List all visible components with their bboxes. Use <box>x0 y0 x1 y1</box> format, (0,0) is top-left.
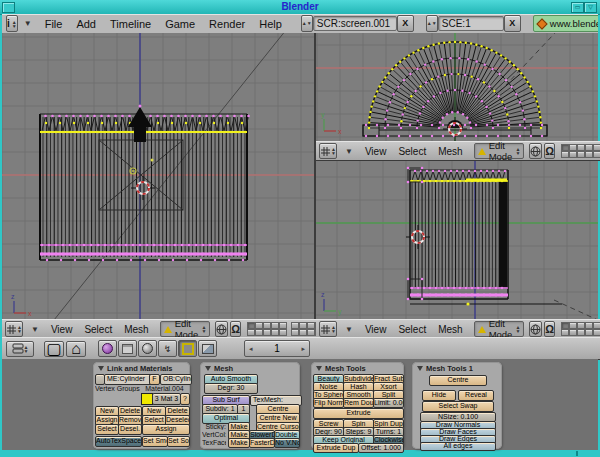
select-swap-button[interactable]: Select Swap <box>422 401 494 412</box>
draw-type-button[interactable] <box>529 321 542 337</box>
scene-name-field[interactable]: SCE:1 <box>438 16 504 31</box>
menu-select[interactable]: Select <box>84 324 112 335</box>
mode-dropdown[interactable]: Edit Mode ▲▼ <box>160 321 211 337</box>
material-assign-button[interactable]: Assign <box>142 424 190 435</box>
script-context-button[interactable] <box>118 340 137 357</box>
viewport-front[interactable]: zx <box>2 33 314 319</box>
offset-field[interactable]: Offset: 1.000 <box>358 443 404 453</box>
viewport-top[interactable]: yx <box>316 33 598 141</box>
panel-header[interactable]: Mesh <box>205 364 233 373</box>
set-solid-button[interactable]: Set Solid <box>167 436 190 447</box>
editor-type-button[interactable]: ▲▼ <box>319 143 337 159</box>
viewport-front-canvas[interactable]: zx <box>2 33 314 319</box>
no-vnormal-toggle[interactable]: No V.Normal Flip <box>274 438 300 448</box>
shade-button[interactable]: ▽ <box>584 2 597 13</box>
menu-collapse-icon[interactable]: ▼ <box>24 19 32 28</box>
faster-draw-button[interactable]: FasterDraw <box>249 438 275 448</box>
grid-icon <box>320 324 331 335</box>
menu-view[interactable]: View <box>365 324 387 335</box>
menu-help[interactable]: Help <box>259 18 282 30</box>
frame-number-field[interactable]: ◂ 1 ▸ <box>244 340 310 357</box>
extrude-button[interactable]: Extrude <box>313 408 404 419</box>
limit-field[interactable]: Limit: 0.001 <box>373 398 404 408</box>
autotexspace-toggle[interactable]: AutoTexSpace <box>95 436 142 447</box>
layer-buttons[interactable] <box>561 322 600 336</box>
spinner-icon: ▲▼ <box>12 20 17 28</box>
pivot-button[interactable]: Ω <box>544 143 555 159</box>
viewport-side[interactable]: zy <box>316 159 598 319</box>
globe-icon <box>530 146 541 157</box>
home-button[interactable]: ⌂ <box>66 341 86 357</box>
titlebar[interactable]: Blender ▭ ▽ <box>0 0 600 15</box>
frame-left-icon[interactable]: ◂ <box>249 345 253 353</box>
menu-view[interactable]: View <box>365 146 387 157</box>
reveal-button[interactable]: Reveal <box>458 390 494 401</box>
menu-select[interactable]: Select <box>398 146 426 157</box>
viewport-top-canvas[interactable]: yx <box>316 33 598 141</box>
centre-button[interactable]: Centre <box>429 375 487 386</box>
all-edges-toggle[interactable]: All edges <box>420 442 496 451</box>
layer-buttons[interactable] <box>561 144 600 158</box>
menu-mesh[interactable]: Mesh <box>438 146 462 157</box>
draw-type-button[interactable] <box>215 321 228 337</box>
panel-header[interactable]: Mesh Tools <box>316 364 366 373</box>
material-index-spinner[interactable]: 3 Mat 3 <box>152 393 181 405</box>
fake-user-button[interactable]: F <box>149 374 160 385</box>
editor-type-button[interactable]: ▲▼ <box>5 321 23 337</box>
menu-mesh[interactable]: Mesh <box>124 324 148 335</box>
menu-select[interactable]: Select <box>398 324 426 335</box>
screen-browse-button[interactable]: ▲▼ <box>301 15 313 32</box>
header-collapse-icon[interactable]: ▼ <box>345 147 353 156</box>
editor-type-button[interactable]: ▲▼ <box>319 321 337 337</box>
object-name-field[interactable]: OB:Cylinder <box>160 374 192 385</box>
screen-delete-button[interactable]: X <box>397 15 414 32</box>
panel-view-button[interactable]: ▢ <box>44 341 64 357</box>
panel-header[interactable]: Mesh Tools 1 <box>417 364 473 373</box>
panel-header[interactable]: Link and Materials <box>98 364 172 373</box>
screen-selector: ▲▼ SCR:screen.001 X <box>301 16 414 31</box>
resize-grip[interactable] <box>576 451 578 456</box>
viewport-side-canvas[interactable]: zy <box>316 159 598 319</box>
mode-dropdown[interactable]: Edit Mode ▲▼ <box>474 321 525 337</box>
vgroup-select-button[interactable]: Select <box>95 424 119 435</box>
panel-mesh-tools: Mesh Tools Beauty Subdivide Fract Subd N… <box>311 362 404 449</box>
set-smooth-button[interactable]: Set Smooth <box>142 436 168 447</box>
viewport-splitter[interactable] <box>314 33 316 337</box>
header-collapse-icon[interactable]: ▼ <box>31 325 39 334</box>
degr-field[interactable]: Degr: 30 <box>204 383 258 394</box>
screen-name-field[interactable]: SCR:screen.001 <box>313 16 397 31</box>
editing-context-button[interactable] <box>178 340 197 357</box>
editor-type-button[interactable]: ▲▼ <box>6 341 34 357</box>
menu-timeline[interactable]: Timeline <box>110 18 151 30</box>
maximize-button[interactable]: ▭ <box>571 2 584 13</box>
window-type-button[interactable]: i ▲▼ <box>6 15 18 32</box>
rem-doubles-button[interactable]: Rem Doubles <box>343 398 374 408</box>
texface-make-button[interactable]: Make <box>228 438 250 448</box>
pivot-button[interactable]: Ω <box>544 321 555 337</box>
scene-delete-button[interactable]: X <box>504 15 521 32</box>
menu-add[interactable]: Add <box>76 18 96 30</box>
layer-buttons[interactable] <box>247 322 287 336</box>
scene-context-button[interactable] <box>198 340 217 357</box>
mode-dropdown[interactable]: Edit Mode ▲▼ <box>474 143 525 159</box>
menu-mesh[interactable]: Mesh <box>438 324 462 335</box>
sticky-label: Sticky: <box>202 423 226 430</box>
flip-normals-button[interactable]: Flip Normals <box>313 398 344 408</box>
vgroup-deselect-button[interactable]: Desel. <box>118 424 142 435</box>
extrude-dup-button[interactable]: Extrude Dup <box>313 443 359 453</box>
header-collapse-icon[interactable]: ▼ <box>345 325 353 334</box>
pivot-button[interactable]: Ω <box>230 321 241 337</box>
menu-file[interactable]: File <box>45 18 63 30</box>
object-context-button[interactable]: ↯ <box>158 340 177 357</box>
shading-context-button[interactable] <box>138 340 157 357</box>
hide-button[interactable]: Hide <box>422 390 456 401</box>
draw-type-button[interactable] <box>529 143 542 159</box>
scene-browse-button[interactable]: ▲▼ <box>426 15 438 32</box>
menu-render[interactable]: Render <box>209 18 245 30</box>
logic-context-button[interactable] <box>98 340 117 357</box>
menu-game[interactable]: Game <box>165 18 195 30</box>
frame-right-icon[interactable]: ▸ <box>301 345 305 353</box>
material-help-button[interactable]: ? <box>180 393 190 405</box>
mesh-name-field[interactable]: ME:Cylinder <box>104 374 152 385</box>
menu-view[interactable]: View <box>51 324 73 335</box>
